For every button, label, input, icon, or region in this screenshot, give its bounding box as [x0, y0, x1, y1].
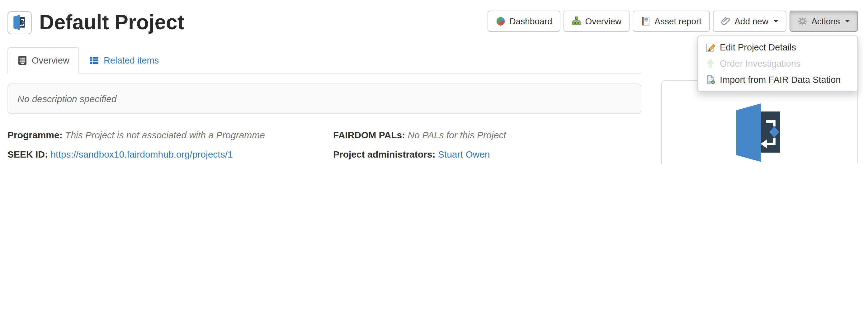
add-new-button-label: Add new — [735, 15, 768, 27]
project-picture-panel: Change picture — [661, 80, 858, 164]
field-project-administrators: Project administrators: Stuart Owen — [333, 148, 641, 160]
sitemap-icon — [571, 16, 582, 26]
gear-icon — [798, 16, 808, 26]
add-new-button[interactable]: Add new — [713, 10, 786, 32]
asset-report-button[interactable]: Asset report — [632, 10, 710, 32]
list-blue-icon — [89, 55, 99, 65]
menu-item-import-fair-data-station[interactable]: Import from FAIR Data Station — [698, 71, 858, 88]
field-programme: Programme: This Project is not associate… — [7, 129, 333, 141]
sidebar: Change picture Tags This item has not ye… — [661, 80, 858, 164]
description-panel: No description specified — [7, 84, 641, 114]
page-add-icon — [706, 75, 715, 85]
field-value: No PALs for this Project — [407, 129, 506, 140]
up-arrow-icon — [706, 59, 715, 68]
menu-item-label: Order Investigations — [720, 57, 801, 70]
field-fairdom-pals: FAIRDOM PALs: No PALs for this Project — [333, 129, 641, 141]
page-title-text: Default Project — [39, 9, 184, 36]
tab-bar: Overview Related items — [7, 47, 641, 73]
overview-button-label: Overview — [585, 15, 622, 27]
overview-button[interactable]: Overview — [563, 10, 630, 32]
caret-down-icon — [773, 20, 778, 23]
menu-item-label: Import from FAIR Data Station — [720, 73, 841, 86]
project-avatar-small — [7, 11, 32, 34]
list-dark-icon — [18, 55, 27, 65]
actions-button-label: Actions — [811, 15, 840, 27]
actions-dropdown-menu: Edit Project Details Order Investigation… — [698, 35, 858, 92]
tab-overview-label: Overview — [32, 54, 69, 67]
field-label: Project administrators: — [333, 149, 435, 159]
dashboard-button-label: Dashboard — [510, 15, 552, 27]
fairdom-seek-project-page: Default Project Dashboard — [0, 0, 868, 164]
page: Default Project Dashboard — [0, 0, 868, 164]
header: Default Project Dashboard — [7, 9, 858, 37]
report-icon — [641, 16, 651, 26]
tab-related-items[interactable]: Related items — [80, 47, 169, 73]
description-empty-text: No description specified — [18, 93, 117, 104]
main-content: No description specified Programme: This… — [7, 84, 641, 164]
field-seek-id: SEEK ID: https://sandbox10.fairdomhub.or… — [7, 148, 333, 160]
field-label: Programme: — [7, 129, 63, 140]
field-label: SEEK ID: — [7, 149, 48, 159]
actions-button[interactable]: Actions — [789, 10, 858, 32]
project-administrator-link[interactable]: Stuart Owen — [438, 149, 490, 159]
pencil-icon — [706, 42, 715, 52]
paperclip-icon — [721, 16, 731, 26]
project-icon — [11, 14, 28, 31]
menu-item-edit-project-details[interactable]: Edit Project Details — [698, 39, 858, 55]
tab-overview[interactable]: Overview — [7, 47, 80, 73]
field-value: This Project is not associated with a Pr… — [65, 129, 265, 140]
toolbar: Dashboard Overview — [488, 10, 858, 32]
project-fields: Programme: This Project is not associate… — [7, 129, 641, 164]
asset-report-button-label: Asset report — [654, 15, 702, 27]
seek-id-link[interactable]: https://sandbox10.fairdomhub.org/project… — [51, 149, 232, 159]
fields-left-column: Programme: This Project is not associate… — [7, 129, 333, 164]
field-label: FAIRDOM PALs: — [333, 129, 405, 140]
caret-down-icon — [845, 20, 850, 23]
project-avatar-large — [727, 101, 792, 164]
menu-item-label: Edit Project Details — [720, 41, 796, 54]
tab-related-items-label: Related items — [104, 54, 159, 67]
dashboard-button[interactable]: Dashboard — [488, 10, 560, 32]
menu-item-order-investigations[interactable]: Order Investigations — [698, 55, 858, 71]
fields-right-column: FAIRDOM PALs: No PALs for this Project P… — [333, 129, 641, 164]
pie-chart-icon — [496, 16, 506, 26]
